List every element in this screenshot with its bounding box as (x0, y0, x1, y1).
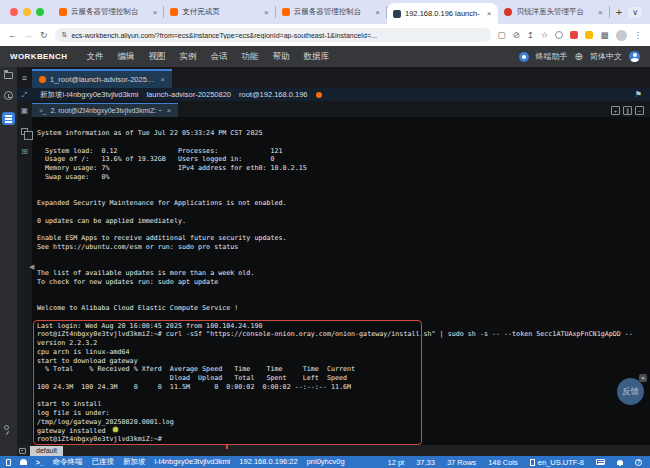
keyboard-icon[interactable] (596, 459, 605, 465)
menu-items: 文件 编辑 视图 实例 会话 功能 帮助 数据库 (79, 51, 336, 63)
collapse-panel-icon[interactable]: ◀ (29, 263, 34, 271)
menu-item[interactable]: 帮助 (265, 51, 296, 63)
grid-layout-icon[interactable]: ⊞ (21, 148, 28, 156)
encoding-item[interactable]: en_US.UTF-8 (530, 458, 584, 467)
workbench-tab-title: 1_root@launch-advisor-20250... (50, 75, 156, 84)
tmux-window-label[interactable]: default (30, 446, 63, 456)
tab-close-icon[interactable]: × (152, 8, 159, 17)
tab-favicon-icon (170, 8, 178, 16)
feedback-close-icon[interactable]: × (639, 374, 647, 382)
clipboard-icon[interactable]: ▢ (498, 30, 506, 40)
browser-tab[interactable]: 192.168.0.196 launch- × (387, 3, 498, 24)
menu-item[interactable]: 数据库 (296, 51, 336, 63)
tab-close-icon[interactable]: × (486, 9, 493, 18)
tab-title: 云服务器管理控制台 (71, 7, 148, 17)
split-horizontal-icon[interactable]: − (635, 106, 644, 115)
browser-menu-icon[interactable]: ⋮ (634, 30, 643, 40)
history-icon[interactable] (4, 91, 13, 100)
menu-item[interactable]: 会话 (203, 51, 234, 63)
status-item[interactable]: 148 Cols (488, 458, 518, 467)
eye-off-icon[interactable]: ⊘ (513, 30, 520, 40)
workbench-session-tab[interactable]: 1_root@launch-advisor-20250... × (32, 69, 172, 88)
copy-icon[interactable] (21, 128, 28, 135)
status-item[interactable]: 命令终端 (52, 457, 82, 467)
split-vertical-icon[interactable]: ∥ (623, 106, 632, 115)
url-text[interactable]: ecs-workbench.aliyun.com/?from=ecs&insta… (71, 32, 376, 39)
terminal-session-tab[interactable]: >_ 2. root@iZt4nbgxy0e3tvjlvd3kmiZ: ~ × (32, 103, 178, 117)
back-icon[interactable]: ← (8, 30, 17, 40)
session-info-bar: ⤢ 新加坡i-t4nbgxy0e3tvjlvd3kmi launch-advis… (17, 88, 650, 101)
menu-item[interactable]: 视图 (141, 51, 172, 63)
profile-avatar[interactable] (616, 30, 627, 41)
tab-close-icon[interactable]: × (263, 8, 270, 17)
forward-icon[interactable]: → (24, 30, 33, 40)
language-selector[interactable]: 简体中文 (590, 51, 622, 62)
tab-close-icon[interactable]: × (597, 8, 604, 17)
tab-favicon-icon (504, 8, 512, 16)
pin-icon[interactable] (4, 425, 9, 430)
close-window-icon[interactable] (10, 8, 18, 16)
bell-icon[interactable] (617, 460, 623, 465)
terminal-tab-close-icon[interactable]: × (166, 106, 171, 115)
status-item[interactable]: 新加坡 (123, 457, 146, 467)
minimize-window-icon[interactable] (23, 8, 31, 16)
terminal-assistant-icon[interactable] (519, 52, 529, 62)
status-left: >_ 命令终端 已连接 新加坡 i-t4nbgxy0e3tvjlvd3kmi 1… (0, 457, 345, 467)
tab-search-chevron-icon[interactable]: ∨ (628, 7, 642, 18)
status-item[interactable]: pni0yhcv0g (307, 457, 345, 467)
help-icon[interactable]: ? (635, 459, 642, 466)
status-item[interactable]: 已连接 (91, 457, 114, 467)
browser-tab[interactable]: 贝锐洋葱头管理平台 × (498, 0, 609, 24)
terminal-assistant-label[interactable]: 终端助手 (536, 51, 568, 62)
share-icon[interactable]: ↥ (527, 30, 534, 40)
new-tab-button[interactable]: + (610, 6, 628, 18)
url-field[interactable]: ⇅ ecs-workbench.aliyun.com/?from=ecs&ins… (55, 28, 491, 42)
extension-yellow-icon[interactable] (585, 31, 593, 39)
menu-item[interactable]: 文件 (79, 51, 110, 63)
workbench-menubar: WORKBENCH 文件 编辑 视图 实例 会话 功能 帮助 数据库 终端助手 (0, 46, 650, 67)
user-avatar[interactable] (629, 51, 640, 62)
status-item[interactable]: 192.168.0.196:22 (239, 457, 297, 467)
status-item[interactable]: 12 pt (387, 458, 404, 467)
menu-item[interactable]: 功能 (234, 51, 265, 63)
encoding-file-icon (530, 459, 535, 466)
browser-tab[interactable]: 云服务器管理控制台 × (53, 0, 164, 24)
tab-close-icon[interactable]: × (374, 8, 381, 17)
browser-tab[interactable]: 云服务器管理控制台 × (276, 0, 387, 24)
status-item[interactable]: 37 Rows (447, 458, 476, 467)
tab-list-icon[interactable]: ≡ (17, 73, 32, 83)
tmux-terminal-icon (19, 448, 26, 454)
terminal-tabrow: >_ 2. root@iZt4nbgxy0e3tvjlvd3kmiZ: ~ × … (32, 101, 650, 117)
reload-icon[interactable]: ↻ (40, 30, 48, 40)
terminal-tool-column: ▣ ⊞ (17, 101, 32, 445)
address-bar: ← → ↻ ⇅ ecs-workbench.aliyun.com/?from=e… (0, 24, 650, 46)
browser-tab[interactable]: 支付完成页 × (164, 0, 275, 24)
fullscreen-icon[interactable]: ⤢ (17, 91, 32, 99)
status-item[interactable]: 37,33 (416, 458, 435, 467)
workbench-tab-close-icon[interactable]: × (160, 75, 165, 84)
feedback-button[interactable]: 反馈 (617, 378, 644, 405)
extension-red-icon[interactable] (570, 31, 578, 39)
add-circle-icon[interactable]: ⊕ (575, 51, 583, 62)
site-settings-icon[interactable]: ⇅ (62, 31, 68, 39)
extension-globe-icon[interactable] (555, 31, 563, 39)
new-terminal-icon[interactable]: ▣ (21, 107, 29, 115)
send-keys-icon[interactable]: ⚑ (635, 90, 642, 99)
bookmark-star-icon[interactable]: ☆ (541, 30, 549, 40)
terminal-stack: >_ 2. root@iZt4nbgxy0e3tvjlvd3kmiZ: ~ × … (32, 101, 650, 445)
maximize-window-icon[interactable] (36, 8, 44, 16)
files-icon[interactable] (4, 72, 13, 79)
activity-bar (0, 67, 17, 456)
extensions-puzzle-icon[interactable]: ▩ (600, 30, 608, 40)
terminal-tab-title: 2. root@iZt4nbgxy0e3tvjlvd3kmiZ: ~ (50, 107, 162, 114)
menu-item[interactable]: 编辑 (110, 51, 141, 63)
tab-favicon-icon (59, 8, 67, 16)
add-pane-icon[interactable]: + (611, 106, 620, 115)
tab-title: 192.168.0.196 launch- (405, 9, 482, 18)
menubar-right: 终端助手 ⊕ 简体中文 (519, 51, 650, 62)
terminal-output[interactable]: System information as of Tue Jul 22 05:3… (32, 117, 650, 445)
menu-item[interactable]: 实例 (172, 51, 203, 63)
status-item[interactable]: i-t4nbgxy0e3tvjlvd3kmi (154, 457, 230, 467)
status-left-items: 命令终端 已连接 新加坡 i-t4nbgxy0e3tvjlvd3kmi 192.… (52, 457, 344, 467)
instances-icon[interactable] (2, 112, 15, 125)
